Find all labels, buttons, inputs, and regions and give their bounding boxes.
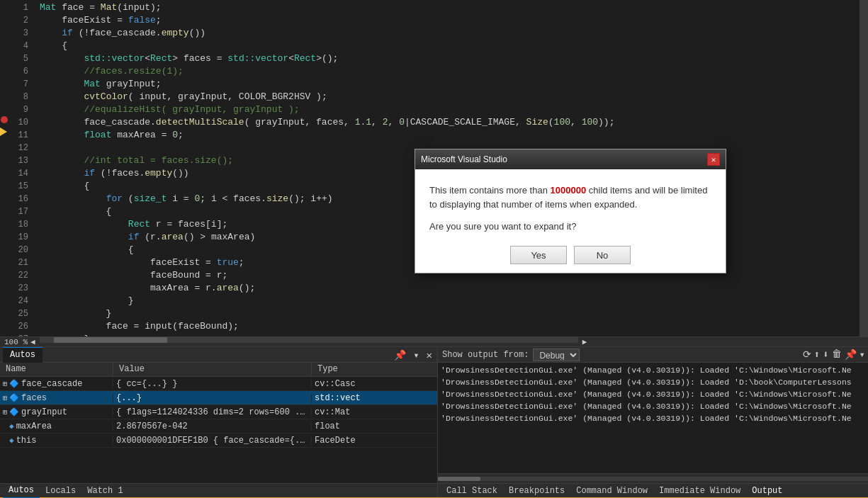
output-panel: Show output from: Debug ⟳ ⬆ ⬇ 🗑 📌 ▾ 'Dro… xyxy=(438,347,868,497)
autos-cell-value: { flags=1124024336 dims=2 rows=600 ...} xyxy=(113,407,312,417)
autos-cell-name: ⊞ ◆ maxArea xyxy=(0,421,113,431)
h-scroll-thumb[interactable] xyxy=(438,477,480,481)
tab-watch1-bottom[interactable]: Watch 1 xyxy=(81,484,128,498)
output-icon-2[interactable]: ⬆ xyxy=(814,349,820,361)
code-line: } xyxy=(34,295,859,307)
modal-question: Are you sure you want to expand it? xyxy=(429,221,711,232)
panel-tabs: Autos 📌 ▾ ✕ xyxy=(0,347,437,363)
pin-icon[interactable]: 📌 xyxy=(845,349,857,361)
scroll-left-arrow[interactable]: ◀ xyxy=(30,337,35,346)
expand-icon[interactable]: ⊞ xyxy=(3,380,7,388)
output-dropdown[interactable]: Debug xyxy=(533,349,580,361)
autos-row[interactable]: ⊞ 🔷 grayInput { flags=1124024336 dims=2 … xyxy=(0,405,437,419)
output-content: 'DrowsinessDetectionGui.exe' (Managed (v… xyxy=(438,363,868,473)
close-icon[interactable]: ✕ xyxy=(424,349,434,361)
code-line: face = input(faceBound); xyxy=(34,320,859,333)
modal-titlebar: Microsoft Visual Studio ✕ xyxy=(415,149,726,169)
modal-yes-button[interactable]: Yes xyxy=(510,246,567,264)
code-line: face_cascade.detectMultiScale( grayInput… xyxy=(34,116,859,129)
code-line: //faces.resize(1); xyxy=(34,65,859,78)
modal-message: This item contains more than 1000000 chi… xyxy=(429,183,711,211)
code-line: Mat grayInput; xyxy=(34,78,859,91)
autos-row[interactable]: ⊞ ◆ maxArea 2.8670567e-042 float xyxy=(0,419,437,434)
code-line: } xyxy=(34,307,859,320)
modal-close-button[interactable]: ✕ xyxy=(707,153,720,166)
breakpoint-indicator xyxy=(1,116,8,123)
expand-icon[interactable]: ⊞ xyxy=(3,408,7,417)
bottom-panel: Autos 📌 ▾ ✕ Name Value Type ⊞ 🔷 f xyxy=(0,346,868,497)
tab-breakpoints[interactable]: Breakpoints xyxy=(503,486,570,496)
autos-panel: Autos 📌 ▾ ✕ Name Value Type ⊞ 🔷 f xyxy=(0,347,438,497)
autos-cell-name: ⊞ 🔷 face_cascade xyxy=(0,379,113,389)
type-indicator: ◆ xyxy=(9,421,14,431)
code-line: faceExist = false; xyxy=(34,14,859,27)
col-header-name: Name xyxy=(0,363,113,376)
code-line: { xyxy=(34,40,859,52)
panel-bottom-tabs: Autos Locals Watch 1 xyxy=(0,483,437,497)
autos-cell-type: std::vect xyxy=(312,393,437,403)
modal-message-before: This item contains more than xyxy=(429,185,551,196)
dropdown-icon[interactable]: ▾ xyxy=(411,349,421,361)
code-line: float maxArea = 0; xyxy=(34,129,859,142)
code-line: maxArea = r.area(); xyxy=(34,282,859,295)
autos-cell-type: cv::Casc xyxy=(312,379,437,389)
vertical-scrollbar[interactable] xyxy=(859,0,868,336)
autos-row[interactable]: ⊞ 🔷 face_cascade { cc={...} } cv::Casc xyxy=(0,377,437,391)
autos-cell-name: ⊞ 🔷 faces xyxy=(0,393,113,403)
autos-cell-type: FaceDete xyxy=(312,436,437,446)
modal-highlight: 1000000 xyxy=(551,185,587,196)
tab-autos-bottom[interactable]: Autos xyxy=(3,484,40,498)
col-header-type: Type xyxy=(312,363,437,376)
tab-command-window[interactable]: Command Window xyxy=(570,486,653,496)
tab-locals-bottom[interactable]: Locals xyxy=(40,484,81,498)
tab-immediate-window[interactable]: Immediate Window xyxy=(653,486,746,496)
output-icon-4[interactable]: 🗑 xyxy=(832,349,842,361)
autos-cell-value: 0x000000001DFEF1B0 { face_cascade={...} … xyxy=(113,436,312,446)
dropdown-icon[interactable]: ▾ xyxy=(859,349,865,361)
panel-rows[interactable]: ⊞ 🔷 face_cascade { cc={...} } cv::Casc ⊞… xyxy=(0,377,437,483)
tab-output[interactable]: Output xyxy=(746,486,788,496)
output-icon-1[interactable]: ⟳ xyxy=(803,349,811,361)
output-label: Show output from: xyxy=(442,350,529,360)
code-line: cvtColor( input, grayInput, COLOR_BGR2HS… xyxy=(34,91,859,103)
zoom-level: 100 % xyxy=(4,338,28,346)
pin-icon[interactable]: 📌 xyxy=(392,349,408,361)
output-bottom-tabs: Call Stack Breakpoints Command Window Im… xyxy=(438,483,868,497)
autos-cell-value: {...} xyxy=(113,393,312,403)
tab-autos[interactable]: Autos xyxy=(3,347,43,363)
tab-call-stack[interactable]: Call Stack xyxy=(441,486,503,496)
output-line: 'DrowsinessDetectionGui.exe' (Managed (v… xyxy=(441,364,865,376)
code-line: std::vector<Rect> faces = std::vector<Re… xyxy=(34,52,859,65)
scroll-bar[interactable]: 100 % ◀ ▶ xyxy=(0,336,868,346)
autos-cell-name: ⊞ ◆ this xyxy=(0,436,113,446)
scroll-thumb[interactable] xyxy=(54,337,167,343)
type-indicator: 🔷 xyxy=(9,393,19,402)
autos-row[interactable]: ⊞ ◆ this 0x000000001DFEF1B0 { face_casca… xyxy=(0,434,437,448)
arrow-indicator xyxy=(0,128,7,136)
type-indicator: ◆ xyxy=(9,436,14,445)
modal-no-button[interactable]: No xyxy=(574,246,631,264)
scroll-right-arrow[interactable]: ▶ xyxy=(582,337,587,346)
autos-cell-name: ⊞ 🔷 grayInput xyxy=(0,407,113,417)
output-horizontal-scrollbar[interactable] xyxy=(438,473,868,483)
panel-header: Name Value Type xyxy=(0,363,437,377)
autos-cell-type: float xyxy=(312,421,437,431)
modal-title: Microsoft Visual Studio xyxy=(421,154,507,164)
modal-buttons: Yes No xyxy=(429,246,711,264)
output-icon-3[interactable]: ⬇ xyxy=(823,349,828,361)
code-line: //equalizeHist( grayInput, grayInput ); xyxy=(34,103,859,116)
output-toolbar: Show output from: Debug ⟳ ⬆ ⬇ 🗑 📌 ▾ xyxy=(438,347,868,363)
code-line: if (!face_cascade.empty()) xyxy=(34,27,859,40)
autos-cell-value: 2.8670567e-042 xyxy=(113,421,312,431)
type-indicator: 🔷 xyxy=(9,407,19,417)
type-indicator: 🔷 xyxy=(9,379,19,388)
output-line: 'DrowsinessDetectionGui.exe' (Managed (v… xyxy=(441,388,865,400)
output-line: 'DrowsinessDetectionGui.exe' (Managed (v… xyxy=(441,412,865,424)
col-header-value: Value xyxy=(113,363,312,376)
output-line: 'DrowsinessDetectionGui.exe' (Managed (v… xyxy=(441,376,865,388)
expand-icon[interactable]: ⊞ xyxy=(3,394,7,402)
modal-dialog[interactable]: Microsoft Visual Studio ✕ This item cont… xyxy=(415,149,726,273)
modal-body: This item contains more than 1000000 chi… xyxy=(415,169,726,273)
autos-row-selected[interactable]: ⊞ 🔷 faces {...} std::vect xyxy=(0,391,437,405)
line-numbers: 12345 678910 1112131415 1617181920 21222… xyxy=(9,0,34,336)
